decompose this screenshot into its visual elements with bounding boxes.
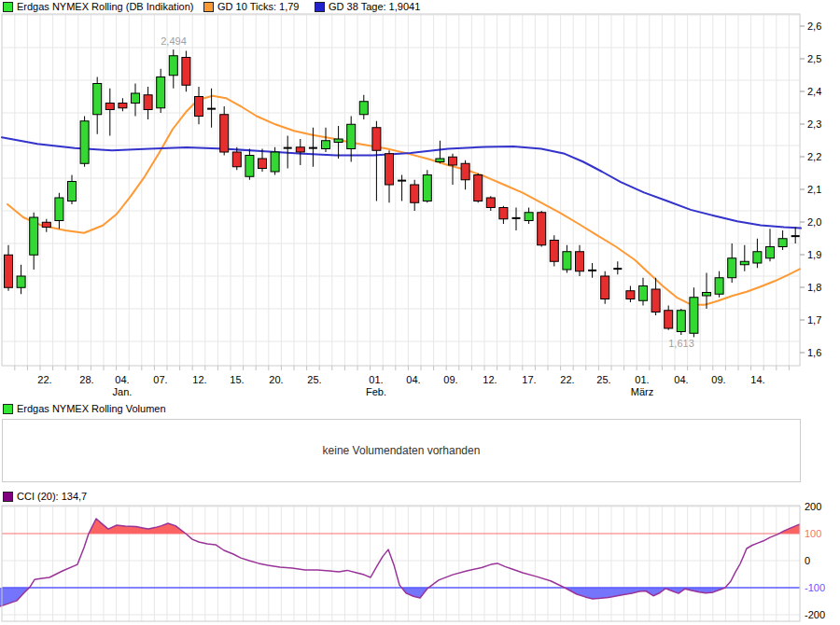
x-axis-date-label: 22. [37, 374, 51, 385]
x-axis-date-label: 12. [483, 374, 497, 385]
cci-chart[interactable]: 2001000-100-200 [0, 501, 825, 621]
candle-body-up [157, 77, 165, 108]
candle-body-up [132, 93, 140, 104]
candle [385, 150, 394, 202]
candle [576, 245, 584, 276]
price-annotation: 2,494 [161, 35, 187, 47]
candle [525, 208, 533, 225]
instrument-legend-label: Erdgas NYMEX Rolling (DB Indikation) [17, 1, 194, 12]
candle-body-up [68, 182, 77, 201]
cci-axis-label: 200 [805, 501, 821, 512]
x-axis-date-label: 09. [711, 374, 725, 385]
candle-body-up [93, 84, 102, 115]
candle [5, 245, 13, 291]
candle-body-up [728, 258, 736, 278]
candle [157, 69, 165, 113]
doji-bar [588, 270, 596, 271]
price-annotation: 1,613 [668, 338, 694, 349]
candle-body-up [525, 213, 533, 221]
volume-legend-swatch-icon [3, 404, 13, 414]
y-axis-label: 2,1 [807, 184, 821, 195]
candle-body-up [30, 217, 38, 255]
x-axis-date-label: 04. [115, 374, 129, 385]
gd38-legend-swatch-icon [315, 2, 325, 12]
doji-bar [309, 147, 317, 149]
doji-bar [791, 235, 800, 237]
candle [486, 196, 495, 211]
candle [322, 128, 330, 152]
candle [563, 245, 571, 273]
candle [677, 309, 685, 335]
candle-body-down [486, 198, 495, 208]
candle [93, 77, 102, 134]
candle [791, 228, 800, 244]
candle-body-up [322, 141, 330, 149]
candle-body-down [105, 104, 114, 110]
x-axis-date-label: 22. [560, 374, 574, 385]
candle-body-down [651, 289, 660, 312]
candle [588, 263, 596, 278]
candle [144, 87, 152, 119]
candle-body-down [296, 147, 304, 152]
chart-canvas[interactable]: 2,4941,6132,62,52,42,32,22,12,01,91,81,7… [0, 0, 840, 625]
x-axis-date-label: 12. [192, 374, 206, 385]
instrument-legend-swatch-icon [3, 2, 13, 12]
x-axis-date-label: 09. [443, 374, 457, 385]
candle-body-up [563, 252, 571, 270]
candle [359, 95, 368, 119]
candle [309, 128, 317, 167]
doji-bar [512, 217, 521, 219]
candle-body-up [271, 152, 279, 172]
gd10-legend-swatch-icon [203, 2, 214, 12]
candle-body-down [665, 311, 673, 328]
candle-body-down [5, 255, 13, 287]
candle-body-up [17, 276, 25, 287]
y-axis-label: 2,0 [807, 216, 821, 228]
gd38-legend-label: GD 38 Tage: 1,9041 [329, 1, 420, 12]
y-axis-label: 2,4 [807, 86, 821, 97]
x-axis-date-label: 14. [750, 374, 764, 385]
candle-body-down [372, 128, 381, 151]
candle [195, 87, 203, 124]
candle-body-up [334, 139, 343, 143]
candle [639, 278, 648, 306]
x-axis-date-label: 07. [153, 374, 167, 385]
candle [334, 126, 343, 159]
candle-body-up [639, 286, 648, 301]
cci-axis-label: -200 [805, 609, 825, 620]
volume-legend-label: Erdgas NYMEX Rolling Volumen [17, 403, 166, 414]
candle [55, 193, 63, 229]
candle [296, 139, 304, 165]
candle-body-down [538, 213, 546, 245]
candle-body-down [232, 152, 241, 167]
candle [766, 229, 775, 261]
candle [169, 49, 177, 89]
candle [626, 286, 635, 303]
y-axis-label: 2,2 [807, 151, 821, 162]
candle [740, 245, 749, 271]
candle-body-down [119, 104, 127, 108]
x-axis-date-label: 25. [307, 374, 321, 385]
candle-body-up [778, 239, 787, 247]
candle-body-down [449, 157, 457, 165]
candle [105, 89, 114, 136]
x-axis-month-label: Jan. [113, 386, 133, 397]
candle [42, 219, 50, 232]
doji-bar [207, 108, 216, 110]
candle [68, 175, 77, 205]
candle-body-down [474, 175, 483, 201]
price-chart[interactable]: 2,4941,6132,62,52,42,32,22,12,01,91,81,7… [2, 14, 821, 397]
cci-legend-swatch-icon [3, 492, 13, 502]
no-volume-message: keine Volumendaten vorhanden [323, 444, 481, 457]
candle-body-down [499, 208, 508, 219]
candle-body-down [195, 97, 203, 117]
candle [690, 287, 698, 337]
x-axis-date-label: 01. [635, 374, 649, 385]
candle [715, 271, 723, 298]
chart-application: 2,4941,6132,62,52,42,32,22,12,01,91,81,7… [0, 0, 840, 625]
y-axis-label: 2,3 [807, 118, 821, 130]
x-axis-date-label: 01. [369, 374, 383, 385]
y-axis-label: 2,6 [807, 21, 821, 32]
x-axis-date-label: 20. [269, 374, 283, 385]
candle-body-up [436, 159, 444, 162]
